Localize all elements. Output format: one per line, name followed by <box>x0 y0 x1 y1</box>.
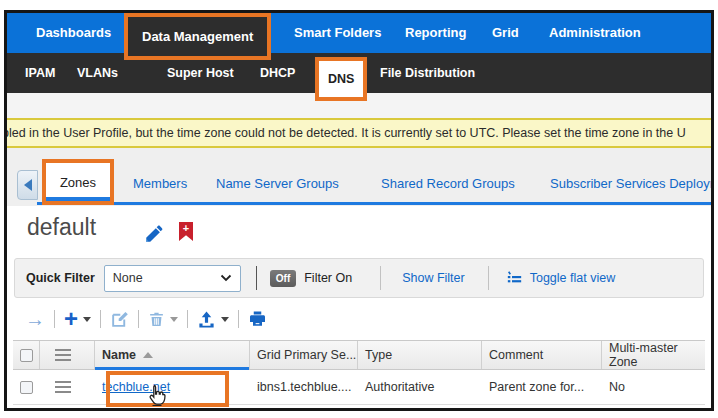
divider <box>100 310 101 328</box>
divider <box>256 266 257 290</box>
hamburger-menu-icon[interactable] <box>55 349 71 361</box>
edit-view-icon[interactable] <box>143 223 165 245</box>
table-row: techblue.net ibns1.techblue.... Authorit… <box>13 370 705 405</box>
select-all-checkbox[interactable] <box>20 349 33 362</box>
import-upload-icon[interactable] <box>197 310 216 329</box>
chevron-left-icon <box>24 179 32 191</box>
nav-dashboards[interactable]: Dashboards <box>36 13 111 53</box>
tab-members[interactable]: Members <box>133 176 187 191</box>
chevron-down-icon <box>220 274 232 282</box>
bookmark-plus-glyph: + <box>179 222 193 235</box>
tab-scroll-left-button[interactable] <box>17 170 38 200</box>
cell-grid-primary: ibns1.techblue.... <box>250 380 358 394</box>
quick-filter-bar: Quick Filter None Off Filter On Show Fil… <box>14 258 704 298</box>
table-header-row: Name Grid Primary Se... Type Comment Mul… <box>13 340 705 370</box>
cell-type: Authoritative <box>358 380 482 394</box>
subnav-file-distribution[interactable]: File Distribution <box>380 53 475 93</box>
add-icon[interactable]: + <box>64 308 78 330</box>
delete-menu-caret-icon[interactable] <box>170 317 178 322</box>
divider <box>138 310 139 328</box>
sort-ascending-icon <box>143 352 153 358</box>
nav-grid[interactable]: Grid <box>492 13 519 53</box>
column-header-name-label: Name <box>102 348 136 362</box>
timezone-warning-banner: bled in the User Profile, but the time z… <box>7 118 711 148</box>
zone-link-techblue[interactable]: techblue.net <box>102 380 170 394</box>
filter-on-off-toggle[interactable]: Off <box>270 270 296 287</box>
tab-name-server-groups[interactable]: Name Server Groups <box>216 176 339 191</box>
add-menu-caret-icon[interactable] <box>83 317 91 322</box>
nav-data-management-label: Data Management <box>142 29 253 44</box>
zones-table: Name Grid Primary Se... Type Comment Mul… <box>13 340 705 405</box>
column-header-name[interactable]: Name <box>95 341 250 369</box>
column-header-multi-master-zone[interactable]: Multi-master Zone <box>602 341 705 369</box>
tab-shared-record-groups[interactable]: Shared Record Groups <box>381 176 515 191</box>
subnav-dns-label: DNS <box>328 72 354 86</box>
print-icon[interactable] <box>248 310 267 328</box>
page-title: default <box>27 214 96 241</box>
subnav-dns[interactable]: DNS <box>315 57 367 101</box>
tab-zones[interactable]: Zones <box>42 159 114 205</box>
nav-data-management[interactable]: Data Management <box>124 13 271 60</box>
cell-comment: Parent zone for... <box>482 380 602 394</box>
nav-administration[interactable]: Administration <box>549 13 641 53</box>
divider <box>238 310 239 328</box>
subnav-ipam[interactable]: IPAM <box>25 53 55 93</box>
divider <box>380 266 381 290</box>
timezone-warning-text: bled in the User Profile, but the time z… <box>7 126 686 140</box>
column-header-comment[interactable]: Comment <box>482 341 602 369</box>
column-header-type[interactable]: Type <box>358 341 482 369</box>
quick-filter-dropdown[interactable]: None <box>104 265 241 292</box>
select-all-checkbox-cell <box>13 341 40 369</box>
show-filter-link[interactable]: Show Filter <box>402 271 465 285</box>
toggle-flat-view-label[interactable]: Toggle flat view <box>530 271 615 285</box>
delete-trash-icon[interactable] <box>148 310 165 328</box>
row-hamburger-menu-icon[interactable] <box>55 381 71 393</box>
row-checkbox-cell <box>13 381 40 394</box>
divider <box>488 266 489 290</box>
divider <box>54 310 55 328</box>
column-header-grid-primary[interactable]: Grid Primary Se... <box>250 341 358 369</box>
subnav-vlans[interactable]: VLANs <box>77 53 118 93</box>
bookmark-add-icon[interactable]: + <box>179 222 193 241</box>
filter-on-label: Filter On <box>304 271 352 285</box>
import-menu-caret-icon[interactable] <box>221 317 229 322</box>
table-toolbar: → + <box>25 303 267 335</box>
active-tab-indicator <box>46 197 110 201</box>
nav-reporting[interactable]: Reporting <box>405 13 466 53</box>
tab-subscriber-services-deployment[interactable]: Subscriber Services Deploym <box>550 176 714 191</box>
nav-smart-folders[interactable]: Smart Folders <box>294 13 381 53</box>
edit-icon[interactable] <box>110 310 129 329</box>
go-to-arrow-icon[interactable]: → <box>25 309 45 329</box>
row-checkbox[interactable] <box>20 381 33 394</box>
toggle-flat-view-icon[interactable] <box>506 271 523 286</box>
tab-strip-underline <box>37 202 711 205</box>
sorted-column-indicator <box>95 367 249 370</box>
app-window: Dashboards Smart Folders Reporting Grid … <box>4 10 714 411</box>
divider <box>187 310 188 328</box>
quick-filter-value: None <box>113 271 143 285</box>
cell-multi-master-zone: No <box>602 380 705 394</box>
tab-zones-label: Zones <box>60 175 96 190</box>
row-menu-cell <box>40 381 95 393</box>
main-nav: Dashboards Smart Folders Reporting Grid … <box>7 13 711 53</box>
row-menu-header-cell <box>40 341 95 369</box>
quick-filter-label: Quick Filter <box>26 271 95 285</box>
